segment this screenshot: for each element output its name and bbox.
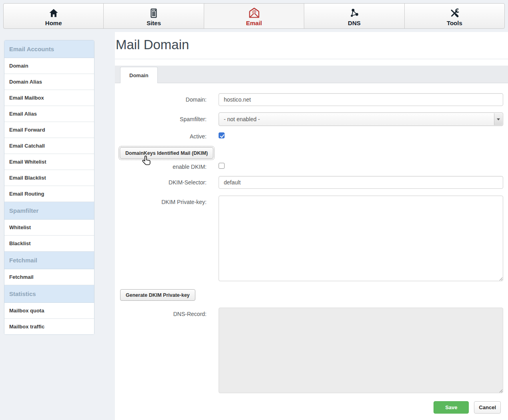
form-actions: Save Cancel [115, 401, 501, 414]
form-row-dkim-private-key: DKIM Private-key: [115, 196, 508, 283]
top-navbar: Home Sites @ Email [3, 3, 505, 29]
nav-label: Tools [447, 20, 462, 26]
title-divider [115, 59, 508, 59]
spamfilter-select[interactable]: - not enabled - [219, 112, 503, 126]
dkim-section-button[interactable]: DomainKeys Identified Mail (DKIM) [120, 147, 213, 159]
dkim-selector-label: DKIM-Selector: [115, 179, 219, 186]
sidebar-header-email-accounts: Email Accounts [4, 40, 94, 58]
home-icon [48, 6, 59, 18]
domain-label: Domain: [115, 96, 219, 103]
nav-label: DNS [348, 20, 361, 26]
dkim-private-key-label: DKIM Private-key: [115, 196, 219, 205]
spamfilter-label: Spamfilter: [115, 116, 219, 122]
dkim-selector-input[interactable] [219, 176, 503, 189]
cancel-button[interactable]: Cancel [474, 401, 501, 414]
form-row-enable-dkim: enable DKIM: [115, 163, 508, 170]
chevron-down-icon[interactable] [494, 113, 502, 125]
enable-dkim-checkbox[interactable] [219, 163, 225, 169]
svg-text:@: @ [252, 9, 256, 14]
nav-item-dns[interactable]: DNS [304, 4, 404, 28]
form-row-dkim-selector: DKIM-Selector: [115, 176, 508, 189]
domain-input[interactable] [219, 93, 503, 106]
tab-domain[interactable]: Domain [120, 67, 158, 83]
sidebar-item-blacklist[interactable]: Blacklist [4, 236, 94, 252]
form-row-dns-record: DNS-Record: [115, 308, 508, 395]
sidebar-header-spamfilter: Spamfilter [4, 202, 94, 220]
nav-item-home[interactable]: Home [4, 4, 104, 28]
sidebar-header-statistics: Statistics [4, 285, 94, 303]
enable-dkim-label: enable DKIM: [115, 164, 219, 170]
page-title: Mail Domain [116, 37, 508, 52]
nav-item-tools[interactable]: Tools [405, 4, 504, 28]
save-button[interactable]: Save [434, 401, 469, 414]
nav-label: Home [45, 20, 62, 26]
sidebar: Email Accounts Domain Domain Alias Email… [4, 40, 94, 335]
sidebar-item-mailbox-quota[interactable]: Mailbox quota [4, 303, 94, 319]
sidebar-item-fetchmail[interactable]: Fetchmail [4, 269, 94, 285]
nav-item-sites[interactable]: Sites [104, 4, 204, 28]
generate-dkim-button[interactable]: Generate DKIM Private-key [120, 289, 195, 301]
sidebar-item-domain[interactable]: Domain [4, 58, 94, 74]
tab-bar: Domain [115, 66, 508, 83]
sidebar-header-fetchmail: Fetchmail [4, 252, 94, 269]
nav-label: Email [246, 20, 262, 26]
sidebar-item-email-whitelist[interactable]: Email Whitelist [4, 154, 94, 170]
form-row-spamfilter: Spamfilter: - not enabled - [115, 112, 508, 126]
active-label: Active: [115, 133, 219, 140]
dns-record-textarea[interactable] [219, 308, 503, 393]
sidebar-item-email-alias[interactable]: Email Alias [4, 106, 94, 122]
sites-icon [149, 6, 159, 18]
form-row-active: Active: [115, 132, 508, 140]
sidebar-item-whitelist[interactable]: Whitelist [4, 220, 94, 236]
dns-icon [349, 6, 359, 18]
dkim-private-key-textarea[interactable] [219, 196, 503, 281]
dkim-section-row: DomainKeys Identified Mail (DKIM) [120, 147, 508, 159]
sidebar-item-email-catchall[interactable]: Email Catchall [4, 138, 94, 154]
active-checkbox[interactable] [219, 132, 225, 138]
sidebar-item-email-routing[interactable]: Email Routing [4, 186, 94, 202]
sidebar-item-email-mailbox[interactable]: Email Mailbox [4, 90, 94, 106]
spamfilter-selected-value: - not enabled - [224, 116, 260, 122]
sidebar-item-email-blacklist[interactable]: Email Blacklist [4, 170, 94, 186]
sidebar-item-domain-alias[interactable]: Domain Alias [4, 74, 94, 90]
main-content: Mail Domain Domain Domain: Spamfilter: -… [115, 32, 508, 420]
sidebar-item-mailbox-traffic[interactable]: Mailbox traffic [4, 319, 94, 334]
sidebar-item-email-forward[interactable]: Email Forward [4, 122, 94, 138]
mail-domain-form: Domain: Spamfilter: - not enabled - Acti… [115, 83, 508, 414]
email-icon: @ [248, 6, 260, 18]
form-row-domain: Domain: [115, 93, 508, 106]
generate-dkim-row: Generate DKIM Private-key [120, 289, 508, 301]
tools-icon [449, 6, 460, 18]
nav-label: Sites [147, 20, 161, 26]
dns-record-label: DNS-Record: [115, 308, 219, 317]
nav-item-email[interactable]: @ Email [204, 4, 304, 28]
